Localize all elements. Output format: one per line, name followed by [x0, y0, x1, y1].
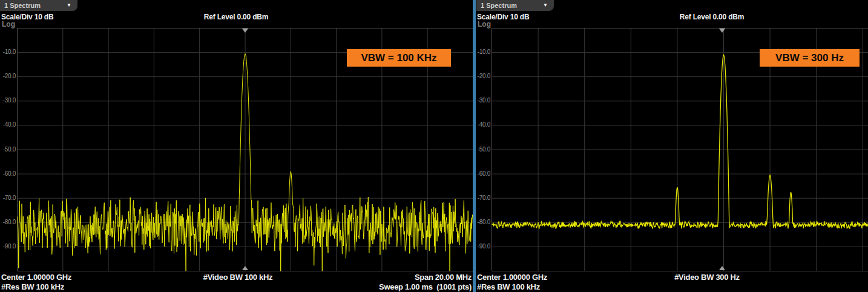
y-tick-label: -20.0: [476, 73, 490, 79]
video-bw-label: #Video BW 100 kHz: [177, 273, 298, 282]
spectrum-panel-vbw-300hz: 1 Spectrum ▼ Scale/Div 10 dB Log Ref Lev…: [476, 0, 868, 292]
spectrum-panel-vbw-100khz: 1 Spectrum ▼ Scale/Div 10 dB Log Ref Lev…: [0, 0, 473, 292]
y-tick-label: -60.0: [0, 170, 16, 177]
ref-level-label: Ref Level 0.00 dBm: [176, 13, 297, 21]
y-tick-label: -90.0: [476, 243, 490, 250]
y-tick-label: -70.0: [0, 194, 16, 201]
y-tick-label: -80.0: [476, 219, 490, 225]
chevron-down-icon: ▼: [67, 0, 71, 11]
res-bw-label: #Res BW 100 kHz: [477, 282, 540, 291]
vbw-callout: VBW = 300 Hz: [760, 49, 860, 67]
spectrum-trace: [492, 55, 868, 229]
spectrum-analyzer-screen: 1 Spectrum ▼ Scale/Div 10 dB Log Ref Lev…: [0, 0, 868, 292]
y-tick-label: -40.0: [476, 121, 490, 128]
y-tick-label: -30.0: [476, 97, 490, 104]
y-tick-label: -40.0: [0, 121, 16, 128]
y-axis-labels: -10.0-20.0-30.0-40.0-50.0-60.0-70.0-80.0…: [0, 0, 16, 292]
res-bw-label: #Res BW 100 kHz: [1, 282, 64, 291]
vbw-callout: VBW = 100 KHz: [347, 49, 451, 67]
span-label: Span 20.00 MHz: [290, 273, 472, 282]
chevron-down-icon: ▼: [543, 0, 548, 11]
y-tick-label: -20.0: [0, 73, 16, 79]
y-tick-label: -80.0: [0, 219, 16, 225]
ref-level-marker-icon: [242, 28, 248, 33]
ref-level-label: Ref Level 0.00 dBm: [651, 13, 772, 21]
y-tick-label: -10.0: [476, 48, 490, 55]
y-tick-label: -30.0: [0, 97, 16, 104]
video-bw-label: #Video BW 300 Hz: [646, 273, 768, 282]
ref-level-marker-icon: [719, 28, 725, 33]
center-freq-label: Center 1.00000 GHz: [1, 273, 71, 282]
sweep-label: Sweep 1.00 ms (1001 pts): [290, 282, 472, 291]
y-tick-label: -60.0: [476, 170, 490, 177]
y-tick-label: -10.0: [0, 48, 16, 55]
center-freq-label: Center 1.00000 GHz: [477, 273, 547, 282]
center-freq-marker-icon: [719, 266, 725, 270]
y-tick-label: -70.0: [476, 194, 490, 201]
y-axis-labels: -10.0-20.0-30.0-40.0-50.0-60.0-70.0-80.0…: [476, 0, 492, 292]
center-freq-marker-icon: [242, 266, 248, 270]
y-tick-label: -50.0: [476, 146, 490, 153]
y-tick-label: -90.0: [0, 243, 16, 250]
y-tick-label: -50.0: [0, 146, 16, 153]
